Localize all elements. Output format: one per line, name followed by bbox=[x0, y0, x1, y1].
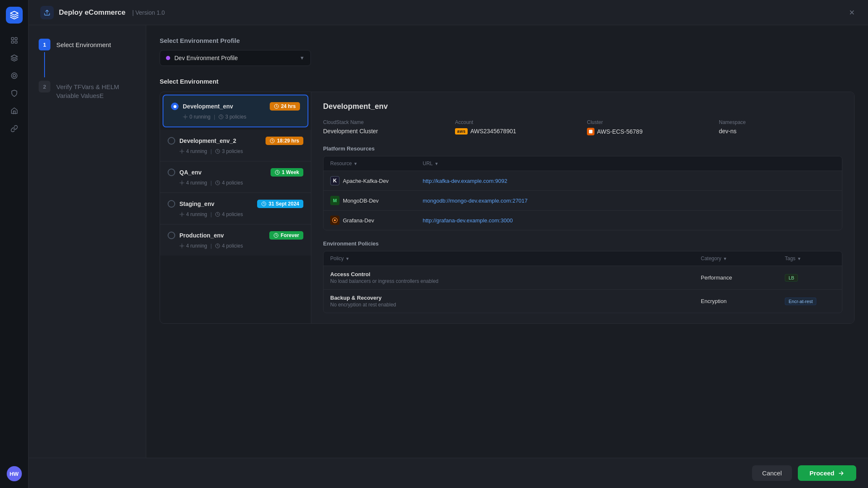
steps-panel: 1 Select Environment 2 Verify TFVars & H… bbox=[29, 25, 146, 458]
resource-name-kafka: Apache-Kafka-Dev bbox=[343, 178, 389, 184]
env-badge-development2: 18:29 hrs bbox=[266, 137, 303, 145]
env-badge-production: Forever bbox=[269, 231, 303, 240]
env-card-development2[interactable]: Development_env_2 18:29 hrs 4 running bbox=[160, 130, 311, 161]
cluster-value: AWS-ECS-56789 bbox=[587, 128, 710, 135]
policy-category-backup: Encryption bbox=[701, 298, 785, 304]
svg-rect-0 bbox=[11, 37, 13, 40]
cloudstack-label: CloudStack Name bbox=[323, 119, 447, 125]
policies-table-header: Policy ▼ Category ▼ Tags ▼ bbox=[324, 251, 842, 266]
env-card-staging[interactable]: Staging_env 31 Sept 2024 4 running bbox=[160, 193, 311, 224]
svg-point-7 bbox=[184, 116, 186, 118]
sidebar-icon-grid[interactable] bbox=[7, 33, 22, 48]
meta-account: Account aws AWS2345678901 bbox=[455, 119, 579, 135]
svg-rect-3 bbox=[15, 41, 17, 43]
step-1-label: Select Environment bbox=[56, 39, 111, 49]
sidebar-icon-layers[interactable] bbox=[7, 50, 22, 66]
svg-point-19 bbox=[181, 245, 183, 247]
profile-section-title: Select Environment Profile bbox=[160, 37, 855, 44]
policy-desc-backup: No encryption at rest enabled bbox=[330, 302, 701, 308]
resource-row-grafana: Grafana-Dev http://grafana-dev.example.c… bbox=[324, 211, 842, 230]
env-meta-staging: 4 running | 4 policies bbox=[168, 211, 303, 217]
policy-name-access: Access Control bbox=[330, 271, 701, 277]
env-meta-production: 4 running | 4 policies bbox=[168, 243, 303, 249]
env-detail-meta-grid: CloudStack Name Development Cluster Acco… bbox=[323, 119, 842, 135]
env-detail-title: Development_env bbox=[323, 102, 842, 111]
namespace-label: Namespace bbox=[719, 119, 842, 125]
meta-cluster: Cluster AWS-ECS-56789 bbox=[587, 119, 710, 135]
policy-desc-access: No load balancers or ingress controllers… bbox=[330, 278, 701, 284]
policy-row-backup: Backup & Recovery No encryption at rest … bbox=[324, 290, 842, 313]
env-two-col: Development_env 24 hrs 0 running bbox=[160, 92, 855, 324]
main-content: Deploy eCommerce | Version 1.0 × 1 Selec… bbox=[29, 0, 868, 488]
env-name-qa: QA_env bbox=[179, 169, 202, 176]
topbar: Deploy eCommerce | Version 1.0 × bbox=[29, 0, 868, 25]
resource-url-grafana[interactable]: http://grafana-dev.example.com:3000 bbox=[423, 217, 835, 224]
svg-rect-1 bbox=[15, 37, 17, 40]
radio-qa bbox=[168, 169, 175, 176]
step-2: 2 Verify TFVars & HELM Variable ValuesE bbox=[39, 81, 136, 100]
step-2-label: Verify TFVars & HELM Variable ValuesE bbox=[56, 81, 136, 100]
env-name-development2: Development_env_2 bbox=[179, 137, 236, 144]
env-card-development[interactable]: Development_env 24 hrs 0 running bbox=[163, 95, 308, 127]
app-title: Deploy eCommerce bbox=[59, 8, 126, 17]
tags-col-header: Tags ▼ bbox=[785, 256, 835, 261]
step-1-number: 1 bbox=[39, 39, 50, 50]
resource-name-grafana: Grafana-Dev bbox=[343, 217, 374, 224]
sidebar-icon-bank[interactable] bbox=[7, 103, 22, 119]
bottom-bar: Cancel Proceed bbox=[29, 458, 868, 488]
upload-icon bbox=[40, 6, 54, 19]
account-value: aws AWS2345678901 bbox=[455, 128, 579, 135]
resources-table-header: Resource ▼ URL ▼ bbox=[324, 156, 842, 171]
content-area: 1 Select Environment 2 Verify TFVars & H… bbox=[29, 25, 868, 458]
resource-url-mongo[interactable]: mongodb://mongo-dev.example.com:27017 bbox=[423, 198, 835, 204]
svg-rect-2 bbox=[11, 41, 13, 43]
policy-tag-backup: Encr-at-rest bbox=[785, 298, 816, 305]
env-profile-left: Dev Environment Profile bbox=[166, 55, 238, 61]
close-button[interactable]: × bbox=[847, 5, 856, 20]
env-name-production: Production_env bbox=[179, 232, 224, 239]
sidebar-icon-link[interactable] bbox=[7, 121, 22, 136]
svg-point-4 bbox=[11, 73, 17, 79]
radio-staging bbox=[168, 200, 175, 208]
svg-point-23 bbox=[334, 219, 336, 222]
radio-production bbox=[168, 232, 175, 239]
resources-table: Resource ▼ URL ▼ K Apache-Kafka-De bbox=[323, 156, 842, 230]
svg-point-5 bbox=[13, 74, 16, 77]
step-1: 1 Select Environment bbox=[39, 39, 136, 77]
env-detail-panel: Development_env CloudStack Name Developm… bbox=[311, 92, 854, 323]
resource-col-header: Resource ▼ bbox=[330, 161, 423, 166]
radio-development bbox=[171, 103, 179, 110]
meta-namespace: Namespace dev-ns bbox=[719, 119, 842, 135]
app-logo[interactable] bbox=[6, 7, 23, 24]
deploy-panel: Select Environment Profile Dev Environme… bbox=[146, 25, 868, 458]
user-avatar[interactable]: HW bbox=[7, 466, 22, 481]
app-version: | Version 1.0 bbox=[132, 9, 165, 16]
env-meta-qa: 4 running | 4 policies bbox=[168, 180, 303, 186]
policy-tag-access: LB bbox=[785, 274, 798, 282]
policies-title: Environment Policies bbox=[323, 240, 842, 247]
step-2-number: 2 bbox=[39, 81, 50, 92]
sidebar-icon-circle[interactable] bbox=[7, 68, 22, 83]
policies-table: Policy ▼ Category ▼ Tags ▼ bbox=[323, 251, 842, 313]
cloudstack-value: Development Cluster bbox=[323, 128, 447, 135]
env-profile-dropdown[interactable]: Dev Environment Profile ▼ bbox=[160, 50, 311, 66]
env-card-production[interactable]: Production_env Forever 4 running bbox=[160, 224, 311, 256]
resource-name-mongo: MongoDB-Dev bbox=[343, 198, 379, 204]
resource-row-kafka: K Apache-Kafka-Dev http://kafka-dev.exam… bbox=[324, 171, 842, 191]
env-badge-qa: 1 Week bbox=[271, 168, 303, 177]
cancel-button[interactable]: Cancel bbox=[752, 465, 792, 481]
topbar-left: Deploy eCommerce | Version 1.0 bbox=[40, 6, 165, 19]
proceed-button[interactable]: Proceed bbox=[798, 465, 856, 481]
category-col-header: Category ▼ bbox=[701, 256, 785, 261]
svg-point-10 bbox=[181, 150, 183, 152]
dropdown-arrow-icon: ▼ bbox=[300, 55, 305, 61]
sidebar-icon-shield[interactable] bbox=[7, 86, 22, 101]
resource-row-mongo: M MongoDB-Dev mongodb://mongo-dev.exampl… bbox=[324, 191, 842, 211]
step-connector bbox=[44, 52, 45, 77]
env-meta-development: 0 running | 3 policies bbox=[171, 114, 300, 120]
cluster-label: Cluster bbox=[587, 119, 710, 125]
svg-rect-21 bbox=[589, 130, 592, 133]
resource-url-kafka[interactable]: http://kafka-dev.example.com:9092 bbox=[423, 178, 835, 184]
env-card-qa[interactable]: QA_env 1 Week 4 running bbox=[160, 161, 311, 193]
env-name-staging: Staging_env bbox=[179, 200, 214, 207]
